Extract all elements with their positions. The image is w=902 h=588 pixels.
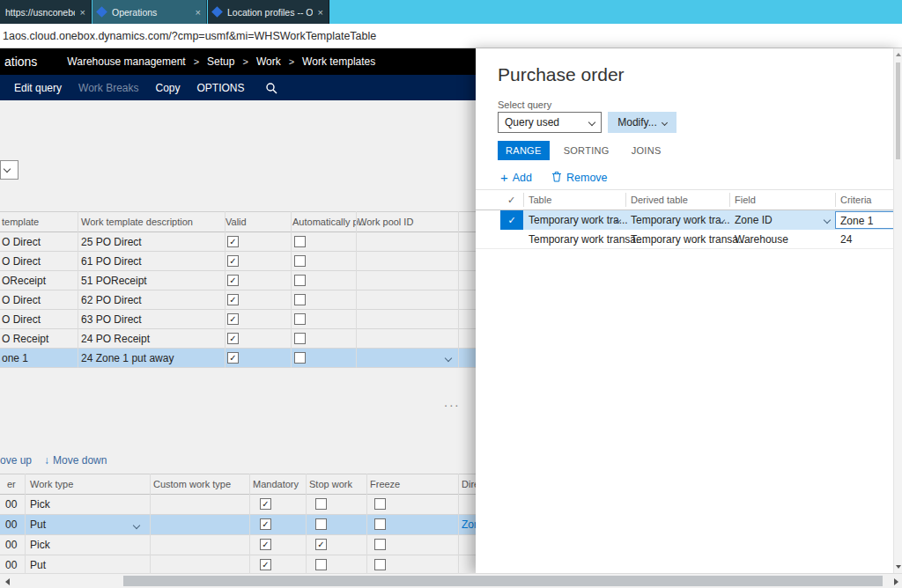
- cell-field[interactable]: Zone ID: [735, 214, 773, 226]
- col-field[interactable]: Field: [735, 195, 756, 205]
- col-freeze[interactable]: Freeze: [370, 479, 400, 489]
- checkbox-auto[interactable]: [294, 333, 306, 344]
- table-row[interactable]: O Direct 63 PO Direct: [0, 310, 493, 329]
- close-icon[interactable]: [80, 7, 85, 18]
- scroll-right-icon[interactable]: [894, 578, 898, 585]
- move-up-button[interactable]: ove up: [0, 454, 32, 467]
- horizontal-scrollbar-thumb[interactable]: [123, 576, 883, 586]
- col-stop-work[interactable]: Stop work: [309, 479, 352, 489]
- col-seq[interactable]: er: [7, 479, 16, 489]
- checkbox-freeze[interactable]: [374, 559, 386, 570]
- edit-query-button[interactable]: Edit query: [14, 82, 62, 94]
- chevron-down-icon[interactable]: [133, 522, 140, 529]
- breadcrumb: Warehouse management Setup Work Work tem…: [67, 55, 375, 68]
- close-icon[interactable]: [196, 7, 201, 18]
- col-table[interactable]: Table: [529, 195, 551, 205]
- table-row[interactable]: 00 Pick: [0, 535, 493, 555]
- checkbox-auto[interactable]: [294, 255, 306, 267]
- modify-button[interactable]: Modify...: [608, 112, 676, 133]
- checkbox-stop-work[interactable]: [315, 539, 327, 550]
- breadcrumb-item[interactable]: Work templates: [302, 55, 375, 68]
- add-button[interactable]: Add: [500, 170, 532, 185]
- checkbox-auto[interactable]: [294, 352, 306, 364]
- collapsed-section-ellipsis[interactable]: ...: [444, 394, 461, 409]
- cell-derived-table[interactable]: Temporary work transa...: [631, 233, 747, 246]
- table-row[interactable]: 00 Pick: [0, 495, 493, 515]
- search-icon[interactable]: [265, 82, 277, 94]
- checkbox-auto[interactable]: [294, 275, 306, 286]
- scroll-down-icon[interactable]: [896, 565, 901, 569]
- breadcrumb-item[interactable]: Warehouse management: [67, 55, 185, 68]
- checkbox-stop-work[interactable]: [315, 559, 327, 570]
- breadcrumb-item[interactable]: Setup: [207, 55, 234, 68]
- select-query-combobox[interactable]: Query used: [498, 112, 602, 133]
- checkbox-freeze[interactable]: [374, 539, 386, 550]
- remove-button[interactable]: Remove: [551, 171, 608, 185]
- col-work-pool[interactable]: Work pool ID: [358, 217, 413, 227]
- scroll-up-icon[interactable]: [896, 53, 901, 56]
- col-valid[interactable]: Valid: [226, 217, 247, 227]
- options-menu-button[interactable]: OPTIONS: [197, 82, 245, 94]
- checkbox-freeze[interactable]: [374, 498, 386, 510]
- col-work-type[interactable]: Work type: [30, 479, 73, 489]
- url-text[interactable]: 1aos.cloud.onebox.dynamics.com/?cmp=usmf…: [0, 30, 376, 42]
- browser-tab-2[interactable]: Operations: [92, 0, 207, 24]
- move-down-button[interactable]: Move down: [44, 454, 107, 467]
- col-custom-work-type[interactable]: Custom work type: [153, 479, 231, 489]
- table-row[interactable]: O Direct 62 PO Direct: [0, 290, 493, 310]
- address-bar[interactable]: 1aos.cloud.onebox.dynamics.com/?cmp=usmf…: [0, 24, 902, 48]
- horizontal-scrollbar[interactable]: [0, 573, 902, 588]
- checkbox-auto[interactable]: [294, 313, 306, 325]
- vertical-scrollbar[interactable]: [893, 48, 902, 573]
- chevron-down-icon[interactable]: [445, 355, 452, 362]
- breadcrumb-separator: [289, 56, 294, 67]
- table-row[interactable]: OReceipt 51 POReceipt: [0, 271, 493, 290]
- checkbox-valid[interactable]: [227, 255, 239, 267]
- tab-sorting[interactable]: SORTING: [556, 141, 617, 160]
- checkbox-mandatory[interactable]: [260, 518, 271, 530]
- checkbox-valid[interactable]: [227, 236, 239, 247]
- close-icon[interactable]: [318, 7, 323, 18]
- filter-combobox-fragment[interactable]: [0, 160, 18, 180]
- checkbox-valid[interactable]: [227, 294, 239, 305]
- col-derived-table[interactable]: Derived table: [631, 195, 688, 205]
- table-row[interactable]: Temporary work transa... Temporary work …: [476, 230, 902, 249]
- checkbox-mandatory[interactable]: [260, 539, 271, 550]
- table-row[interactable]: O Direct 25 PO Direct: [0, 232, 493, 252]
- checkbox-stop-work[interactable]: [315, 498, 327, 510]
- table-row-selected[interactable]: 00 Put Zone 1: [0, 515, 493, 535]
- cell-criteria[interactable]: 24: [840, 233, 852, 246]
- table-row[interactable]: 00 Put: [0, 555, 493, 573]
- col-work-template[interactable]: template: [2, 217, 39, 227]
- checkbox-valid[interactable]: [227, 352, 239, 364]
- scroll-left-icon[interactable]: [5, 578, 10, 585]
- criteria-input[interactable]: Zone 1: [835, 211, 898, 229]
- checkbox-mandatory[interactable]: [260, 559, 271, 570]
- cell-table[interactable]: Temporary work transa...: [529, 233, 645, 246]
- col-mandatory[interactable]: Mandatory: [253, 479, 299, 489]
- copy-button[interactable]: Copy: [156, 82, 181, 94]
- table-row-selected[interactable]: Temporary work tra... Temporary work tra…: [476, 210, 902, 230]
- col-criteria[interactable]: Criteria: [840, 195, 871, 205]
- table-row[interactable]: O Receipt 24 PO Receipt: [0, 329, 493, 349]
- checkbox-mandatory[interactable]: [260, 498, 271, 510]
- tab-joins[interactable]: JOINS: [624, 141, 669, 160]
- table-row-selected[interactable]: one 1 24 Zone 1 put away: [0, 349, 493, 368]
- cell-derived-table[interactable]: Temporary work tra...: [631, 214, 730, 226]
- row-selected-check[interactable]: [500, 210, 523, 230]
- browser-tab-3[interactable]: Location profiles -- Ope...: [208, 0, 329, 24]
- tab-range[interactable]: RANGE: [498, 141, 550, 160]
- breadcrumb-item[interactable]: Work: [256, 55, 281, 68]
- browser-tab-1[interactable]: https://usnconeboxax1ao...: [0, 0, 92, 24]
- checkbox-valid[interactable]: [227, 333, 239, 344]
- col-description[interactable]: Work template description: [81, 217, 193, 227]
- checkbox-valid[interactable]: [227, 275, 239, 286]
- cell-field[interactable]: Warehouse: [735, 233, 788, 246]
- checkbox-valid[interactable]: [227, 313, 239, 325]
- vertical-scrollbar-thumb[interactable]: [896, 62, 900, 159]
- checkbox-auto[interactable]: [294, 294, 306, 305]
- checkbox-auto[interactable]: [294, 236, 306, 247]
- table-row[interactable]: O Direct 61 PO Direct: [0, 252, 493, 271]
- checkbox-freeze[interactable]: [374, 518, 386, 530]
- checkbox-stop-work[interactable]: [315, 518, 327, 530]
